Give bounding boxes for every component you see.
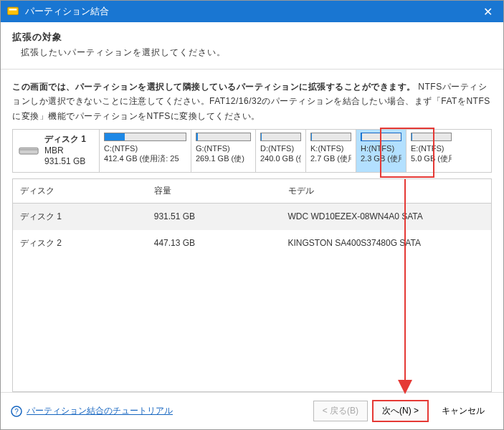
titlebar-text: パーティション結合 [25,5,477,18]
disk-label[interactable]: ディスク 1 MBR 931.51 GB [13,130,99,172]
help-icon: ? [11,406,22,417]
partition-k-size: 2.7 GB (使用 [310,153,351,163]
disk-size: 931.51 GB [44,156,86,168]
cell-disk: ディスク 1 [13,203,147,230]
svg-rect-0 [8,7,19,15]
partition-c-size: 412.4 GB (使用済: 25 [104,153,186,163]
partition-e-label: E:(NTFS) [411,143,452,153]
titlebar: パーティション結合 ✕ [1,1,503,22]
partition-c-label: C:(NTFS) [104,143,186,153]
description: この画面では、パーティションを選択して隣接しているパーティションに拡張することが… [12,80,492,123]
disk-name: ディスク 1 [44,134,86,145]
th-capacity[interactable]: 容量 [147,179,281,204]
svg-rect-3 [19,149,38,150]
partition-e-size: 5.0 GB (使用 [411,153,452,163]
th-model[interactable]: モデル [281,179,492,204]
partition-d-size: 240.0 GB (使 [260,153,301,163]
next-button[interactable]: 次へ(N) > [372,400,429,422]
th-disk[interactable]: ディスク [13,179,147,204]
table-row[interactable]: ディスク 2 447.13 GB KINGSTON SA400S37480G S… [13,230,491,257]
svg-rect-1 [9,9,17,10]
partition-h-size: 2.3 GB (使用 [361,153,401,163]
cancel-button[interactable]: キャンセル [433,401,493,421]
partition-e[interactable]: E:(NTFS) 5.0 GB (使用 [406,130,456,172]
cell-model: WDC WD10EZEX-08WN4A0 SATA [281,203,492,230]
cell-capacity: 447.13 GB [147,230,281,257]
disk-partition-map: ディスク 1 MBR 931.51 GB C:(NTFS) 412.4 GB (… [12,129,492,173]
header-subtitle: 拡張したいパーティションを選択してください。 [12,47,492,59]
footer: ? パーティション結合のチュートリアル < 戻る(B) 次へ(N) > キャンセ… [1,392,503,429]
table-row[interactable]: ディスク 1 931.51 GB WDC WD10EZEX-08WN4A0 SA… [13,203,491,230]
close-icon[interactable]: ✕ [477,1,498,22]
partition-c[interactable]: C:(NTFS) 412.4 GB (使用済: 25 [99,130,191,172]
cell-model: KINGSTON SA400S37480G SATA [281,230,492,257]
cell-disk: ディスク 2 [13,230,147,257]
partition-h[interactable]: H:(NTFS) 2.3 GB (使用 [356,130,406,172]
disk-icon [19,144,39,158]
header-title: 拡張の対象 [12,31,492,44]
back-button[interactable]: < 戻る(B) [313,401,368,421]
description-bold: この画面では、パーティションを選択して隣接しているパーティションに拡張することが… [12,82,416,92]
partition-k[interactable]: K:(NTFS) 2.7 GB (使用 [305,130,356,172]
svg-rect-2 [19,148,38,154]
app-icon [6,5,19,18]
partition-d[interactable]: D:(NTFS) 240.0 GB (使 [255,130,305,172]
header: 拡張の対象 拡張したいパーティションを選択してください。 [1,22,503,70]
partition-g-label: G:(NTFS) [196,143,251,153]
cell-capacity: 931.51 GB [147,203,281,230]
partition-d-label: D:(NTFS) [260,143,301,153]
partition-g-size: 269.1 GB (使) [196,153,251,163]
partition-h-label: H:(NTFS) [361,143,401,153]
help-link[interactable]: パーティション結合のチュートリアル [27,405,173,417]
disk-type: MBR [44,145,86,157]
svg-text:?: ? [14,408,19,416]
disk-table: ディスク 容量 モデル ディスク 1 931.51 GB WDC WD10EZE… [12,178,492,392]
partition-g[interactable]: G:(NTFS) 269.1 GB (使) [191,130,255,172]
partition-k-label: K:(NTFS) [310,143,351,153]
